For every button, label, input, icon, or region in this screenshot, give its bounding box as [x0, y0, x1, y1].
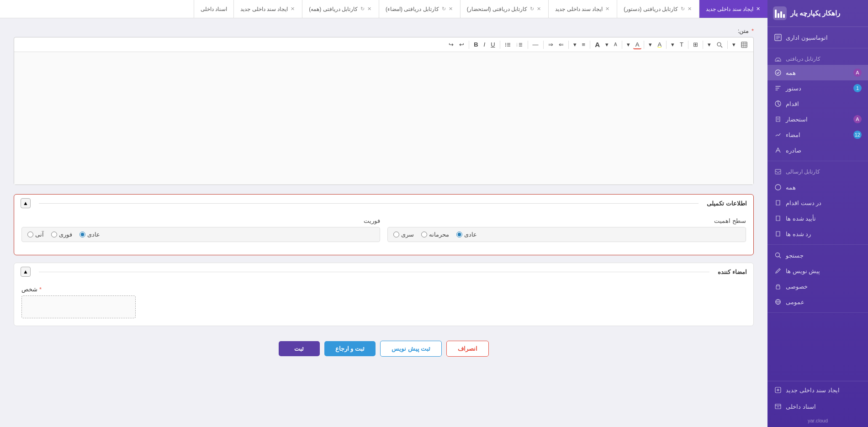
sidebar-item-outbox-rejected[interactable]: رد شده ها [767, 226, 868, 242]
toolbar-ul-btn[interactable] [503, 40, 513, 49]
estehzar-badge: A [853, 115, 862, 123]
page-form: * متن: ▾ [0, 18, 767, 427]
supplementary-toggle[interactable]: ▲ [21, 198, 31, 208]
sidebar-item-label: اتوماسیون اداری [786, 34, 828, 41]
drafts-icon [774, 267, 782, 275]
importance-normal-option[interactable]: عادی [456, 231, 477, 238]
tab-label: کارتابل دریافتی (امضاء) [386, 6, 439, 12]
tab-create-internal-active[interactable]: ✕ ایجاد سند داخلی جدید [699, 0, 767, 18]
toolbar-bold-btn[interactable]: B [471, 40, 480, 49]
toolbar-ol-btn[interactable]: 1 2 3 [514, 40, 525, 49]
toolbar-separator-6 [622, 41, 622, 49]
signer-person-field: * شخص [21, 286, 746, 318]
sidebar-item-inbox-all[interactable]: A همه [767, 65, 868, 80]
toolbar-rtl-btn[interactable]: ⇐ [556, 40, 566, 49]
tab-refresh[interactable]: ↻ [530, 6, 534, 12]
toolbar-dropdown-search[interactable]: ▾ [705, 40, 713, 49]
save-draft-button[interactable]: ثبت پیش نویس [380, 341, 442, 357]
save-and-return-button[interactable]: ثبت و ارجاع [324, 341, 376, 356]
tab-label: ایجاد سند داخلی جدید [706, 6, 753, 12]
urgency-urgent-radio[interactable] [51, 232, 57, 237]
cancel-button[interactable]: انصراف [446, 341, 489, 357]
tab-refresh[interactable]: ↻ [360, 6, 365, 12]
tab-emza[interactable]: ✕ ↻ کارتابل دریافتی (امضاء) [379, 0, 460, 18]
sidebar-item-automation[interactable]: اتوماسیون اداری [767, 30, 868, 45]
tab-close[interactable]: ✕ [291, 6, 295, 12]
tab-all[interactable]: ✕ ↻ کارتابل دریافتی (همه) [302, 0, 379, 18]
toolbar-fontsize-dropdown[interactable]: ▾ [603, 40, 611, 49]
toolbar-fontsize-a2-btn[interactable]: A [593, 39, 602, 50]
toolbar-font-dropdown[interactable]: ▾ [669, 40, 677, 49]
sidebar-item-inbox-sadere[interactable]: صادره [767, 142, 868, 158]
tab-refresh[interactable]: ↻ [681, 6, 685, 12]
main-content: ✕ ایجاد سند داخلی جدید ✕ ↻ کارتابل دریاف… [0, 0, 767, 427]
toolbar-search-btn[interactable] [714, 40, 725, 49]
toolbar-highlight-btn[interactable]: A [655, 40, 664, 49]
tab-refresh[interactable]: ↻ [442, 6, 446, 12]
logo-icon [773, 6, 787, 20]
tab-create-internal-2[interactable]: ✕ ایجاد سند داخلی جدید [548, 0, 617, 18]
sidebar-item-internal-archive[interactable]: اسناد داخلی [767, 399, 868, 414]
tab-create-internal-3[interactable]: ✕ ایجاد سند داخلی جدید [233, 0, 302, 18]
toolbar-fontcolor-dropdown[interactable]: ▾ [625, 40, 632, 49]
toolbar-format-btn[interactable]: ⊞ [691, 40, 700, 49]
tab-close[interactable]: ✕ [367, 6, 371, 12]
tab-close[interactable]: ✕ [605, 6, 609, 12]
toolbar-table-btn[interactable] [739, 40, 750, 49]
sidebar-item-inbox-dastor[interactable]: 1 دستور [767, 80, 868, 96]
svg-point-41 [505, 46, 506, 47]
importance-normal-radio[interactable] [456, 232, 462, 237]
toolbar-font-btn[interactable]: T [677, 40, 686, 49]
sidebar-item-outbox-all[interactable]: همه [767, 179, 868, 195]
urgency-urgent-option[interactable]: فوری [51, 231, 72, 238]
toolbar-underline-btn[interactable]: U [488, 40, 497, 49]
tab-estehzar[interactable]: ✕ ↻ کارتابل دریافتی (استحضار) [460, 0, 549, 18]
sidebar-item-drafts[interactable]: پیش نویس ها [767, 263, 868, 279]
toolbar-redo-btn[interactable]: ↪ [446, 40, 456, 49]
urgency-normal-radio[interactable] [79, 232, 85, 237]
toolbar-separator-8 [568, 41, 569, 49]
text-editor-body[interactable] [14, 52, 753, 185]
sidebar-item-outbox-header: کارتابل ارسالی [767, 164, 868, 179]
sidebar-item-create-internal[interactable]: ایجاد سند داخلی جدید [767, 381, 868, 399]
importance-confidential-option[interactable]: محرمانه [421, 231, 449, 238]
toolbar-separator-1 [727, 41, 728, 49]
sidebar-item-inbox-estehzar[interactable]: A استحضار [767, 111, 868, 127]
toolbar-italic-btn[interactable]: I [482, 40, 488, 49]
toolbar-separator-7 [590, 41, 590, 49]
toolbar-align-dropdown[interactable]: ▾ [571, 40, 579, 49]
supplementary-header[interactable]: اطلاعات تکمیلی ▲ [14, 195, 753, 212]
importance-secret-option[interactable]: سری [393, 231, 414, 238]
sidebar-item-private[interactable]: خصوصی [767, 279, 868, 294]
tab-close[interactable]: ✕ [688, 6, 692, 12]
signer-toggle[interactable]: ▲ [21, 267, 31, 277]
sidebar-item-inbox-eqdam[interactable]: اقدام [767, 96, 868, 111]
toolbar-fontcolor-btn[interactable]: A [633, 40, 642, 49]
sidebar-item-inbox-emza[interactable]: 12 امضاء [767, 127, 868, 142]
tab-close[interactable]: ✕ [537, 6, 541, 12]
importance-confidential-radio[interactable] [421, 232, 427, 237]
toolbar-undo-btn[interactable]: ↩ [457, 40, 466, 49]
tab-close[interactable]: ✕ [756, 6, 760, 12]
svg-point-10 [775, 185, 781, 190]
urgency-normal-option[interactable]: عادی [79, 231, 100, 238]
sidebar-item-outbox-inprogress[interactable]: در دست اقدام [767, 195, 868, 211]
toolbar-dropdown-btn[interactable]: ▾ [730, 40, 738, 49]
signer-body: * شخص [14, 280, 753, 326]
toolbar-hr-btn[interactable]: — [530, 40, 541, 49]
urgency-instant-option[interactable]: آنی [27, 231, 44, 238]
signer-input[interactable] [21, 295, 136, 318]
tab-internal-archive[interactable]: اسناد داخلی [194, 0, 233, 18]
tab-dastor[interactable]: ✕ ↻ کارتابل دریافتی (دستور) [617, 0, 699, 18]
toolbar-ltr-btn[interactable]: ⇒ [546, 40, 556, 49]
urgency-instant-radio[interactable] [27, 232, 33, 237]
save-button[interactable]: ثبت [279, 341, 320, 356]
sidebar-item-outbox-confirmed[interactable]: تأیید شده ها [767, 211, 868, 226]
sidebar-item-public[interactable]: عمومی [767, 294, 868, 310]
sidebar-item-search[interactable]: جستجو [767, 248, 868, 263]
toolbar-highlight-dropdown[interactable]: ▾ [646, 40, 654, 49]
toolbar-fontsize-a-btn[interactable]: A [612, 41, 619, 48]
tab-close[interactable]: ✕ [449, 6, 453, 12]
toolbar-align-btn[interactable]: ≡ [580, 40, 588, 49]
importance-secret-radio[interactable] [393, 232, 399, 237]
